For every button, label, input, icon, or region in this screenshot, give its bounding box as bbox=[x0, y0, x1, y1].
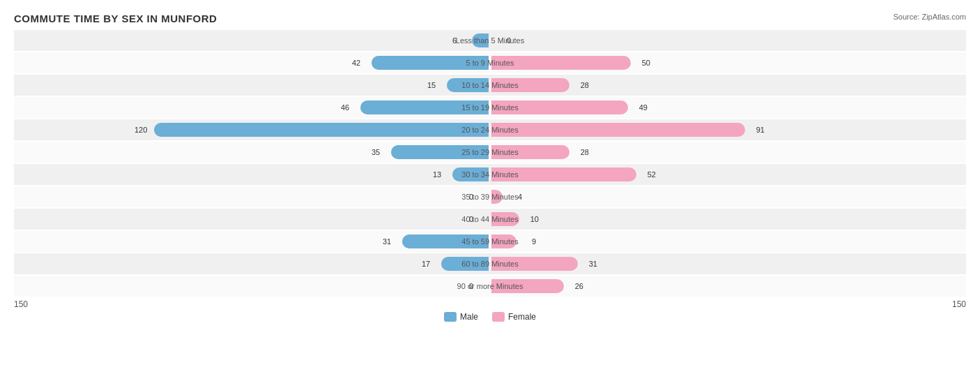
legend-female: Female bbox=[492, 312, 536, 322]
bar-female: 31 bbox=[491, 257, 578, 271]
bar-male: 46 bbox=[360, 100, 489, 114]
bar-male: 120 bbox=[154, 123, 489, 137]
bar-female: 9 bbox=[491, 234, 516, 248]
male-value: 31 bbox=[383, 237, 391, 246]
male-value: 120 bbox=[135, 126, 147, 134]
left-section: 120 bbox=[14, 119, 490, 140]
chart-title: COMMUTE TIME BY SEX IN MUNFORD bbox=[14, 13, 966, 24]
table-row: 0 40 to 44 Minutes 10 bbox=[14, 209, 966, 230]
table-row: 42 5 to 9 Minutes 50 bbox=[14, 52, 966, 73]
left-section: 6 bbox=[14, 30, 490, 51]
male-value: 13 bbox=[433, 170, 441, 179]
table-row: 13 30 to 34 Minutes 52 bbox=[14, 164, 966, 185]
right-section: 26 bbox=[490, 276, 966, 297]
left-section: 17 bbox=[14, 253, 490, 274]
male-value: 15 bbox=[427, 81, 436, 89]
male-value: 46 bbox=[341, 103, 349, 112]
female-value: 31 bbox=[589, 260, 597, 268]
left-section: 35 bbox=[14, 142, 490, 163]
female-swatch bbox=[492, 312, 505, 322]
left-section: 0 bbox=[14, 276, 490, 297]
female-value: 49 bbox=[639, 103, 648, 112]
bar-female: 28 bbox=[491, 78, 569, 92]
table-row: 46 15 to 19 Minutes 49 bbox=[14, 97, 966, 118]
chart-container: COMMUTE TIME BY SEX IN MUNFORD Source: Z… bbox=[0, 0, 980, 365]
female-value: 91 bbox=[756, 126, 765, 134]
table-row: 31 45 to 59 Minutes 9 bbox=[14, 231, 966, 252]
male-value: 6 bbox=[452, 36, 457, 45]
right-section: 0 bbox=[490, 30, 966, 51]
right-section: 52 bbox=[490, 164, 966, 185]
bar-female: 10 bbox=[491, 212, 519, 226]
female-value: 10 bbox=[530, 215, 539, 223]
table-row: 120 20 to 24 Minutes 91 bbox=[14, 119, 966, 140]
bar-male: 15 bbox=[447, 78, 489, 92]
right-section: 31 bbox=[490, 253, 966, 274]
female-value: 4 bbox=[518, 193, 522, 201]
bar-male: 13 bbox=[452, 167, 489, 181]
right-section: 50 bbox=[490, 52, 966, 73]
bar-female: 91 bbox=[491, 123, 745, 137]
male-value: 0 bbox=[469, 215, 473, 223]
bar-female: 26 bbox=[491, 279, 564, 293]
left-section: 0 bbox=[14, 209, 490, 230]
male-value: 0 bbox=[469, 282, 473, 290]
bar-male: 6 bbox=[472, 33, 489, 47]
axis-label-left: 150 bbox=[14, 299, 28, 309]
right-section: 9 bbox=[490, 231, 966, 252]
male-swatch bbox=[444, 312, 457, 322]
legend-male: Male bbox=[444, 312, 478, 322]
legend-female-label: Female bbox=[508, 312, 536, 322]
left-section: 15 bbox=[14, 75, 490, 96]
left-section: 42 bbox=[14, 52, 490, 73]
bar-male: 17 bbox=[441, 257, 489, 271]
table-row: 15 10 to 14 Minutes 28 bbox=[14, 75, 966, 96]
table-row: 0 35 to 39 Minutes 4 bbox=[14, 186, 966, 207]
source-text: Source: ZipAtlas.com bbox=[893, 13, 966, 21]
left-section: 13 bbox=[14, 164, 490, 185]
axis-labels: 150 150 bbox=[14, 299, 966, 309]
axis-label-right: 150 bbox=[952, 299, 966, 309]
chart-rows-wrapper: 6 Less than 5 Minutes 0 42 5 to 9 Minute… bbox=[14, 30, 966, 297]
legend: Male Female bbox=[14, 312, 966, 322]
bar-male: 42 bbox=[372, 56, 489, 70]
female-value: 28 bbox=[581, 81, 589, 89]
left-section: 31 bbox=[14, 231, 490, 252]
right-section: 49 bbox=[490, 97, 966, 118]
bar-female: 4 bbox=[491, 190, 503, 204]
bar-male: 31 bbox=[402, 234, 489, 248]
table-row: 0 90 or more Minutes 26 bbox=[14, 276, 966, 297]
table-row: 6 Less than 5 Minutes 0 bbox=[14, 30, 966, 51]
female-value: 50 bbox=[642, 59, 650, 67]
right-section: 4 bbox=[490, 186, 966, 207]
bar-female: 49 bbox=[491, 100, 628, 114]
right-section: 10 bbox=[490, 209, 966, 230]
bar-female: 52 bbox=[491, 167, 636, 181]
female-value: 9 bbox=[532, 237, 536, 246]
female-value: 52 bbox=[648, 170, 656, 179]
male-value: 17 bbox=[422, 260, 430, 268]
female-value: 0 bbox=[507, 36, 511, 45]
right-section: 28 bbox=[490, 75, 966, 96]
right-section: 91 bbox=[490, 119, 966, 140]
male-value: 35 bbox=[372, 148, 380, 156]
female-value: 28 bbox=[581, 148, 589, 156]
male-value: 0 bbox=[469, 193, 473, 201]
bar-female: 28 bbox=[491, 145, 569, 159]
table-row: 35 25 to 29 Minutes 28 bbox=[14, 142, 966, 163]
female-value: 26 bbox=[575, 282, 583, 290]
table-row: 17 60 to 89 Minutes 31 bbox=[14, 253, 966, 274]
left-section: 0 bbox=[14, 186, 490, 207]
right-section: 28 bbox=[490, 142, 966, 163]
bar-male: 35 bbox=[391, 145, 489, 159]
male-value: 42 bbox=[352, 59, 360, 67]
legend-male-label: Male bbox=[460, 312, 478, 322]
left-section: 46 bbox=[14, 97, 490, 118]
bar-female: 50 bbox=[491, 56, 631, 70]
